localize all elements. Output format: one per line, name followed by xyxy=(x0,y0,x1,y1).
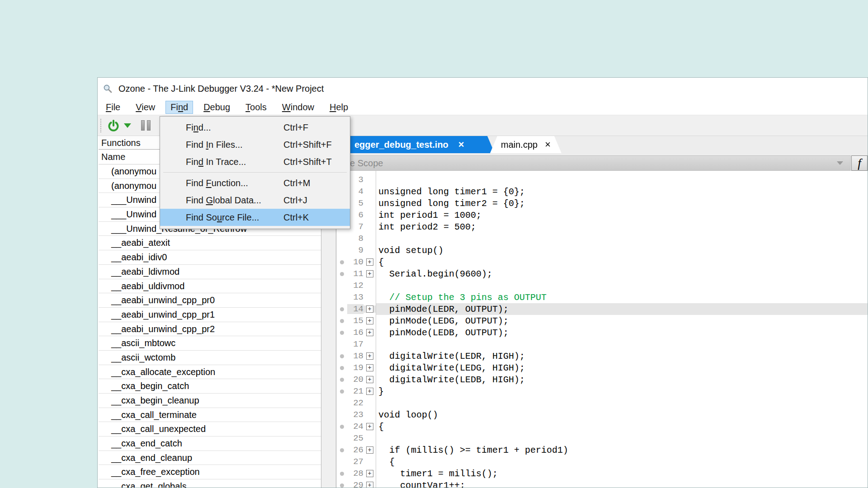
breakpoint-dot-icon[interactable] xyxy=(340,366,344,370)
breakpoint-dot-icon[interactable] xyxy=(340,260,344,264)
tab-close-icon[interactable]: × xyxy=(458,139,464,150)
menubar-item[interactable]: Tools xyxy=(241,101,271,113)
menubar-item[interactable]: Window xyxy=(278,101,319,113)
function-list-item[interactable]: __cxa_allocate_exception xyxy=(99,365,321,380)
function-list-item[interactable]: __cxa_call_terminate xyxy=(99,408,321,422)
menubar-item[interactable]: File xyxy=(101,101,125,113)
menubar-item[interactable]: Help xyxy=(325,101,353,113)
tab-debug-test-ino[interactable]: egger_debug_test.ino × xyxy=(336,136,495,153)
breakpoint-gutter[interactable] xyxy=(336,343,347,347)
expand-box-icon[interactable]: + xyxy=(366,364,373,371)
breakpoint-dot-icon[interactable] xyxy=(340,483,344,488)
breakpoint-gutter[interactable] xyxy=(336,249,347,253)
breakpoint-dot-icon[interactable] xyxy=(340,319,344,323)
function-list-item[interactable]: __cxa_get_globals xyxy=(99,479,321,488)
expand-box-icon[interactable]: + xyxy=(366,470,373,477)
breakpoint-gutter[interactable] xyxy=(336,401,347,405)
breakpoint-dot-icon[interactable] xyxy=(340,272,344,276)
menubar-item[interactable]: Debug xyxy=(199,101,235,113)
expand-box-icon[interactable]: + xyxy=(366,258,373,266)
menu-item[interactable]: Find Global Data... Ctrl+J xyxy=(160,192,350,209)
expand-box-icon[interactable]: + xyxy=(366,352,373,360)
breakpoint-dot-icon[interactable] xyxy=(340,425,344,429)
breakpoint-gutter[interactable] xyxy=(336,389,347,394)
function-list-item[interactable]: __aeabi_unwind_cpp_pr1 xyxy=(99,308,321,322)
power-dropdown-arrow-icon[interactable] xyxy=(124,123,131,128)
function-list-item[interactable]: __aeabi_atexit xyxy=(99,236,321,250)
breakpoint-gutter[interactable] xyxy=(336,354,347,358)
function-list-item[interactable]: __cxa_end_catch xyxy=(99,436,321,451)
expand-box-icon[interactable]: + xyxy=(366,446,373,454)
breakpoint-gutter[interactable] xyxy=(336,284,347,288)
function-list-item[interactable]: __ascii_mbtowc xyxy=(99,336,321,351)
breakpoint-dot-icon[interactable] xyxy=(340,389,344,394)
code-text: pinMode(LEDB, OUTPUT); xyxy=(376,327,868,338)
function-list-item[interactable]: __aeabi_unwind_cpp_pr0 xyxy=(99,293,321,308)
code-lines: 3 + 4 + unsigned long timer1 = {0}; 5 + … xyxy=(336,174,868,488)
menu-item[interactable]: Find Source File... Ctrl+K xyxy=(160,209,350,226)
breakpoint-dot-icon[interactable] xyxy=(340,307,344,311)
function-list-item[interactable]: __cxa_end_cleanup xyxy=(99,451,321,465)
function-list-item[interactable]: __cxa_begin_catch xyxy=(99,379,321,394)
breakpoint-gutter[interactable] xyxy=(336,319,347,323)
function-list-item[interactable]: __aeabi_uldivmod xyxy=(99,279,321,294)
breakpoint-gutter[interactable] xyxy=(336,272,347,276)
breakpoint-gutter[interactable] xyxy=(336,260,347,264)
code-text: pinMode(LEDR, OUTPUT); xyxy=(376,303,868,315)
code-text: digitalWrite(LEDR, HIGH); xyxy=(376,350,868,362)
function-list-item[interactable]: __cxa_free_exception xyxy=(99,465,321,479)
breakpoint-gutter[interactable] xyxy=(336,425,347,429)
expand-box-icon[interactable]: + xyxy=(366,482,373,488)
breakpoint-gutter[interactable] xyxy=(336,331,347,335)
breakpoint-dot-icon[interactable] xyxy=(340,472,344,476)
breakpoint-gutter[interactable] xyxy=(336,483,347,488)
tab-close-icon[interactable]: × xyxy=(545,139,551,150)
expand-box-icon[interactable]: + xyxy=(366,423,373,430)
menu-item[interactable]: Find In Files... Ctrl+Shift+F xyxy=(160,136,350,153)
file-scope-dropdown[interactable]: File Scope xyxy=(336,155,851,171)
breakpoint-gutter[interactable] xyxy=(336,366,347,370)
chevron-down-icon[interactable] xyxy=(837,161,843,165)
menu-item[interactable]: Find... Ctrl+F xyxy=(160,119,350,136)
code-area[interactable]: 3 + 4 + unsigned long timer1 = {0}; 5 + … xyxy=(336,171,868,488)
breakpoint-gutter[interactable] xyxy=(336,307,347,311)
breakpoint-dot-icon[interactable] xyxy=(340,448,344,452)
breakpoint-gutter[interactable] xyxy=(336,448,347,452)
expand-cell: + xyxy=(363,435,376,442)
menu-item[interactable]: Find In Trace... Ctrl+Shift+T xyxy=(160,153,350,170)
expand-box-icon[interactable]: + xyxy=(366,270,373,277)
expand-box-icon[interactable]: + xyxy=(366,305,373,313)
expand-box-icon[interactable]: + xyxy=(366,388,373,395)
code-line: 22 + xyxy=(336,397,868,409)
tab-main-cpp[interactable]: main.cpp × xyxy=(490,136,561,153)
function-list-item[interactable]: __aeabi_unwind_cpp_pr2 xyxy=(99,322,321,337)
expand-box-icon[interactable]: + xyxy=(366,376,373,383)
breakpoint-dot-icon[interactable] xyxy=(340,354,344,358)
breakpoint-gutter[interactable] xyxy=(336,472,347,476)
function-name: (anonymou xyxy=(111,166,156,176)
power-button[interactable] xyxy=(107,119,120,132)
function-list-item[interactable]: __cxa_begin_cleanup xyxy=(99,394,321,408)
menu-item[interactable]: Find Function... Ctrl+M xyxy=(160,174,350,192)
breakpoint-dot-icon[interactable] xyxy=(340,331,344,335)
function-list-item[interactable]: __aeabi_ldivmod xyxy=(99,265,321,279)
pause-button[interactable] xyxy=(141,120,151,131)
expand-box-icon[interactable]: + xyxy=(366,329,373,336)
function-list-item[interactable]: __aeabi_idiv0 xyxy=(99,250,321,265)
breakpoint-gutter[interactable] xyxy=(336,413,347,417)
function-list-item[interactable]: __ascii_wctomb xyxy=(99,351,321,365)
function-list-item[interactable]: __cxa_call_unexpected xyxy=(99,422,321,436)
function-list-button[interactable]: f xyxy=(851,155,868,171)
toolbar-grip-handle[interactable] xyxy=(100,119,102,132)
expand-box-icon[interactable]: + xyxy=(366,317,373,324)
code-text xyxy=(376,280,868,291)
function-name: __aeabi_idiv0 xyxy=(111,252,167,262)
breakpoint-gutter[interactable] xyxy=(336,378,347,382)
breakpoint-gutter[interactable] xyxy=(336,237,347,241)
breakpoint-gutter[interactable] xyxy=(336,436,347,441)
menubar-item[interactable]: Find xyxy=(166,101,193,113)
breakpoint-gutter[interactable] xyxy=(336,296,347,300)
menubar-item[interactable]: View xyxy=(131,101,160,113)
breakpoint-gutter[interactable] xyxy=(336,460,347,464)
breakpoint-dot-icon[interactable] xyxy=(340,378,344,382)
